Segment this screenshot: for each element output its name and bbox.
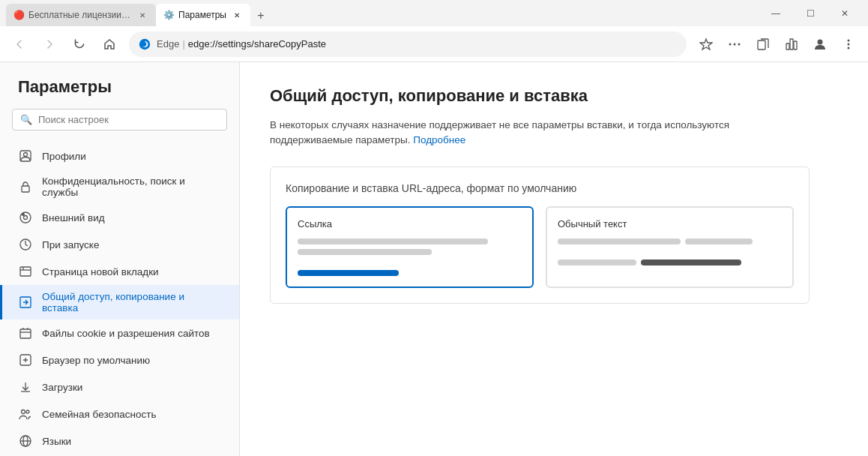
profile-button[interactable] — [807, 31, 834, 58]
maximize-button[interactable]: ☐ — [793, 2, 828, 25]
svg-point-24 — [22, 410, 25, 414]
svg-rect-20 — [20, 267, 31, 276]
plain-card-title: Обычный текст — [558, 218, 782, 230]
svg-point-14 — [24, 153, 28, 157]
sidebar-item-family[interactable]: Семейная безопасность — [0, 400, 239, 428]
page-title: Общий доступ, копирование и вставка — [270, 86, 838, 106]
tab-1-favicon: 🔴 — [13, 10, 24, 20]
default-label: Браузер по умолчанию — [42, 355, 150, 366]
sidebar-item-cookies[interactable]: Файлы cookie и разрешения сайтов — [0, 320, 239, 346]
forward-button[interactable] — [36, 31, 63, 58]
star-button[interactable] — [693, 31, 720, 58]
back-button[interactable] — [6, 31, 33, 58]
sidebar-item-profiles[interactable]: Профили — [0, 142, 239, 170]
address-text: Edge | edge://settings/shareCopyPaste — [157, 38, 326, 50]
link-line-2 — [298, 249, 432, 255]
menu-button[interactable] — [835, 31, 862, 58]
sidebar-title: Параметры — [0, 77, 239, 109]
svg-point-17 — [24, 216, 28, 220]
newtab-icon — [18, 264, 33, 279]
appearance-icon — [18, 210, 33, 225]
search-icon: 🔍 — [20, 114, 32, 125]
main-layout: Параметры 🔍 Профили Конфиденциальность, … — [0, 62, 868, 456]
svg-point-18 — [22, 214, 25, 216]
tab-2-favicon: ⚙️ — [163, 10, 174, 20]
languages-label: Языки — [42, 436, 71, 447]
svg-point-16 — [20, 212, 31, 223]
content-description: В некоторых случаях назначение поддержив… — [270, 118, 780, 148]
sidebar-item-appearance[interactable]: Внешний вид — [0, 204, 239, 231]
svg-rect-15 — [22, 186, 29, 192]
svg-point-11 — [848, 43, 850, 45]
section-title: Копирование и вставка URL-адреса, формат… — [286, 182, 794, 194]
plain-line-4 — [641, 260, 742, 266]
svg-point-12 — [848, 46, 850, 49]
family-label: Семейная безопасность — [42, 409, 156, 420]
privacy-icon — [18, 179, 33, 194]
new-tab-button[interactable]: + — [250, 5, 271, 26]
minimize-button[interactable]: — — [759, 2, 793, 25]
address-separator: | — [182, 38, 184, 50]
sidebar-item-default[interactable]: Браузер по умолчанию — [0, 346, 239, 374]
sidebar-search-box[interactable]: 🔍 — [12, 109, 227, 130]
close-button[interactable]: ✕ — [828, 2, 862, 25]
sidebar-item-share[interactable]: Общий доступ, копирование и вставка — [0, 285, 239, 320]
extensions-button[interactable] — [778, 31, 805, 58]
search-input[interactable] — [38, 114, 219, 125]
address-brand: Edge — [157, 38, 179, 50]
window-controls: — ☐ ✕ — [759, 2, 862, 25]
description-text: В некоторых случаях назначение поддержив… — [270, 119, 729, 146]
svg-rect-8 — [794, 41, 797, 50]
sidebar: Параметры 🔍 Профили Конфиденциальность, … — [0, 62, 240, 456]
svg-point-9 — [818, 39, 823, 44]
refresh-button[interactable] — [66, 31, 93, 58]
svg-rect-22 — [20, 329, 31, 338]
cookies-icon — [18, 326, 33, 340]
plain-line-2 — [685, 238, 753, 244]
link-line-1 — [298, 238, 488, 244]
link-card-lines — [298, 238, 522, 276]
tab-1-close[interactable]: ✕ — [136, 9, 148, 21]
privacy-label: Конфиденциальность, поиск и службы — [42, 176, 221, 198]
svg-marker-1 — [700, 39, 712, 50]
address-path: edge://settings/shareCopyPaste — [188, 38, 326, 50]
sidebar-item-newtab[interactable]: Страница новой вкладки — [0, 258, 239, 285]
svg-point-0 — [139, 38, 150, 49]
tab-1[interactable]: 🔴 Бесплатные лицензии - COMSS ✕ — [6, 4, 156, 26]
toolbar: Edge | edge://settings/shareCopyPaste — [0, 26, 868, 62]
toolbar-icons — [693, 31, 862, 58]
more-tools-button[interactable] — [721, 31, 748, 58]
titlebar: 🔴 Бесплатные лицензии - COMSS ✕ ⚙️ Парам… — [0, 0, 868, 26]
format-options: Ссылка Обычный текст — [286, 206, 794, 288]
family-icon — [18, 406, 33, 422]
svg-point-10 — [848, 39, 850, 41]
svg-rect-5 — [758, 40, 765, 50]
learn-more-link[interactable]: Подробнее — [413, 134, 465, 146]
format-card-link[interactable]: Ссылка — [286, 206, 534, 288]
format-card-plain[interactable]: Обычный текст — [546, 206, 794, 288]
tab-2-label: Параметры — [178, 10, 226, 20]
default-icon — [18, 352, 33, 368]
appearance-label: Внешний вид — [42, 212, 105, 224]
address-bar[interactable]: Edge | edge://settings/shareCopyPaste — [129, 32, 687, 57]
plain-line-3 — [558, 260, 636, 266]
tab-2[interactable]: ⚙️ Параметры ✕ — [156, 4, 250, 26]
downloads-label: Загрузки — [42, 382, 82, 393]
svg-point-2 — [729, 43, 732, 45]
sidebar-item-privacy[interactable]: Конфиденциальность, поиск и службы — [0, 170, 239, 204]
plain-card-lines — [558, 238, 782, 266]
startup-icon — [18, 237, 33, 252]
sidebar-item-languages[interactable]: Языки — [0, 428, 239, 454]
svg-point-3 — [734, 43, 736, 45]
tab-2-close[interactable]: ✕ — [231, 9, 243, 21]
sidebar-item-downloads[interactable]: Загрузки — [0, 374, 239, 400]
sidebar-item-startup[interactable]: При запуске — [0, 231, 239, 258]
content-area: Общий доступ, копирование и вставка В не… — [240, 62, 868, 456]
collections-button[interactable] — [750, 31, 777, 58]
tab-bar: 🔴 Бесплатные лицензии - COMSS ✕ ⚙️ Парам… — [6, 0, 759, 26]
svg-point-25 — [26, 410, 29, 413]
tab-1-label: Бесплатные лицензии - COMSS — [28, 10, 132, 20]
link-line-3 — [298, 270, 399, 276]
share-icon — [18, 295, 33, 310]
home-button[interactable] — [96, 31, 123, 58]
